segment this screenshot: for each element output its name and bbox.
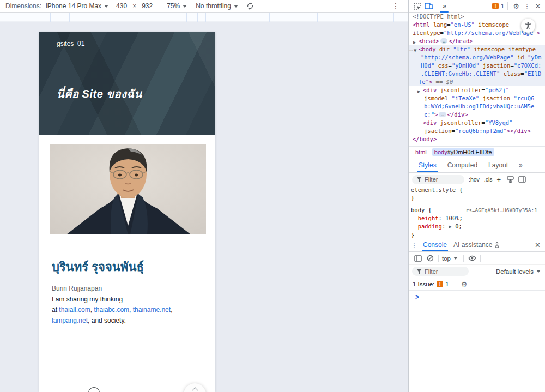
- media-query-bar[interactable]: [0, 13, 408, 22]
- dom-tree-line[interactable]: …▼<body dir="ltr" itemscope itemtype=: [409, 45, 545, 53]
- close-devtools-icon[interactable]: ✕: [533, 2, 543, 10]
- scroll-top-button[interactable]: [184, 383, 206, 392]
- settings-gear-icon[interactable]: ⚙: [511, 2, 521, 10]
- chevron-down-icon: [234, 5, 238, 8]
- breadcrumb-html[interactable]: html: [413, 148, 429, 156]
- zoom-select[interactable]: 75%: [167, 2, 187, 10]
- dom-tree-line[interactable]: ▶<head>…</head>: [409, 37, 545, 45]
- chevron-down-icon: [536, 270, 541, 273]
- code-token: itemscope: [475, 21, 509, 28]
- dom-tree-line[interactable]: c;">…</div>: [409, 111, 545, 119]
- media-query-divider: [69, 13, 70, 22]
- viewport-height-field[interactable]: 932: [142, 2, 153, 10]
- tab-computed[interactable]: Computed: [443, 159, 482, 172]
- dom-tree-line[interactable]: </body>: [409, 135, 545, 143]
- dom-tree-line[interactable]: .CLIENT;GvneHb:.CLIENT" class="EIlD: [409, 70, 545, 78]
- console-menu-icon[interactable]: ⋮: [409, 241, 420, 249]
- bio-line: I am sharing my thinking: [52, 294, 172, 305]
- devtools-menu-icon[interactable]: ⋮: [522, 2, 532, 10]
- expand-children-pill[interactable]: …: [440, 38, 447, 44]
- new-style-rule-icon[interactable]: +: [497, 176, 501, 184]
- element-style-rule[interactable]: }: [409, 194, 545, 202]
- site-name[interactable]: gsites_01: [57, 40, 84, 47]
- console-issues-row: 1 Issue: ! 1 ⚙: [409, 278, 545, 291]
- dom-tree-line[interactable]: ▶<div jscontroller="pc62j": [409, 86, 545, 94]
- inspect-element-icon[interactable]: [411, 1, 423, 11]
- bio-links-line2: lampang.net, and society.: [52, 316, 172, 327]
- device-name: iPhone 14 Pro Max: [46, 2, 101, 10]
- toolbar-separator: [507, 2, 508, 10]
- zoom-value: 75%: [167, 2, 180, 10]
- code-token: "EIlD: [524, 70, 542, 77]
- tab-console[interactable]: Console: [420, 239, 450, 251]
- dom-tree-line[interactable]: <div jscontroller="YV8yqd": [409, 119, 545, 127]
- elements-dom-tree[interactable]: <!DOCTYPE html><html lang="en-US" itemsc…: [409, 13, 545, 146]
- filter-placeholder: Filter: [425, 268, 438, 275]
- element-style-rule[interactable]: element.style {: [409, 186, 545, 194]
- dom-tree-line[interactable]: jsaction="rcuQ6b:npT2md"></div>: [409, 127, 545, 135]
- ai-assistance-label: AI assistance: [453, 241, 492, 249]
- code-token: "yDmH0d": [452, 62, 480, 69]
- link-thainame[interactable]: thainame.net: [133, 306, 171, 313]
- computed-sidebar-toggle-icon[interactable]: [516, 174, 528, 185]
- styles-filter-input[interactable]: Filter: [412, 175, 464, 184]
- bio-text-fragment: , and society.: [88, 317, 126, 324]
- dom-tree-line[interactable]: fe"> == $0: [409, 78, 545, 86]
- device-toolbar-toggle-icon[interactable]: [423, 1, 435, 11]
- rotate-device-icon[interactable]: [246, 2, 255, 10]
- breadcrumb-body[interactable]: body#yDmH0d.EIlDfe: [432, 148, 494, 156]
- issues-badge-icon[interactable]: !: [492, 3, 499, 9]
- live-expression-eye-icon[interactable]: [466, 253, 478, 264]
- tab-layout[interactable]: Layout: [484, 159, 512, 172]
- code-token: "en-US": [451, 21, 475, 28]
- console-prompt[interactable]: >: [409, 291, 545, 304]
- style-property[interactable]: height: 100%;: [409, 214, 545, 222]
- style-property[interactable]: padding: ▶ 0;: [409, 222, 545, 231]
- stylesheet-source-link[interactable]: rs=AGEqA5ki…H6VDTy35A:1: [465, 206, 537, 214]
- expand-children-pill[interactable]: …: [439, 112, 446, 117]
- chevron-down-icon: [453, 257, 458, 260]
- console-filter-input[interactable]: Filter: [412, 267, 469, 276]
- code-token: "yDm: [528, 54, 541, 61]
- throttling-select[interactable]: No throttling: [196, 2, 238, 10]
- tab-ai-assistance[interactable]: AI assistance: [450, 239, 503, 251]
- info-icon[interactable]: [88, 387, 100, 392]
- link-lampang[interactable]: lampang.net: [52, 317, 88, 324]
- rendering-emulation-icon[interactable]: [504, 174, 516, 185]
- viewport-width-field[interactable]: 430: [116, 2, 127, 10]
- more-panels-button[interactable]: »: [438, 1, 450, 11]
- style-token: :: [442, 223, 449, 230]
- code-token: "http://schema.org/WebPage": [421, 54, 514, 61]
- console-sidebar-toggle-icon[interactable]: [412, 253, 424, 264]
- log-levels-select[interactable]: Default levels: [496, 268, 541, 275]
- device-toolbar-menu-icon[interactable]: ⋮: [392, 2, 399, 10]
- code-token: jsaction: [424, 128, 452, 134]
- dom-tree-line[interactable]: b:WYd;GvneHb:og1FDd;vbaUQc:uAM5e: [409, 102, 545, 111]
- device-select[interactable]: iPhone 14 Pro Max: [46, 2, 108, 10]
- code-token: </head>: [449, 38, 473, 44]
- console-settings-gear-icon[interactable]: ⚙: [459, 280, 469, 288]
- toggle-classes-button[interactable]: .cls: [484, 176, 493, 183]
- accessibility-tree-button[interactable]: [521, 19, 535, 33]
- close-console-icon[interactable]: ✕: [535, 241, 541, 249]
- more-tabs-button[interactable]: »: [514, 159, 527, 172]
- issues-badge-icon[interactable]: !: [437, 281, 443, 287]
- adorner-ellipsis[interactable]: …: [409, 45, 413, 53]
- dom-tree-line[interactable]: jsmodel="iTeaXe" jsaction="rcuQ6: [409, 94, 545, 102]
- clear-console-icon[interactable]: [424, 253, 436, 264]
- link-thaiall[interactable]: thaiall.com: [59, 306, 90, 313]
- style-token: : 100%;: [439, 215, 463, 221]
- dimensions-label: Dimensions:: [5, 2, 41, 10]
- body-style-rule[interactable]: body {rs=AGEqA5ki…H6VDTy35A:1: [409, 206, 545, 214]
- console-context-select[interactable]: top: [442, 255, 458, 262]
- link-thaiabc[interactable]: thaiabc.com: [94, 306, 129, 313]
- dom-tree-line[interactable]: H0d" css="yDmH0d" jsaction="c7OXCd:: [409, 62, 545, 70]
- bio-text-fragment: ,: [129, 306, 133, 313]
- code-token: .CLIENT;GvneHb:.CLIENT": [421, 70, 500, 77]
- toggle-hover-state-button[interactable]: :hov: [469, 176, 480, 183]
- code-token: </div>: [447, 111, 468, 118]
- tab-styles[interactable]: Styles: [414, 159, 441, 172]
- dom-tree-line[interactable]: "http://schema.org/WebPage" id="yDm: [409, 53, 545, 62]
- times-separator: ×: [132, 2, 136, 10]
- styles-pane[interactable]: element.style {}body {rs=AGEqA5ki…H6VDTy…: [409, 186, 545, 238]
